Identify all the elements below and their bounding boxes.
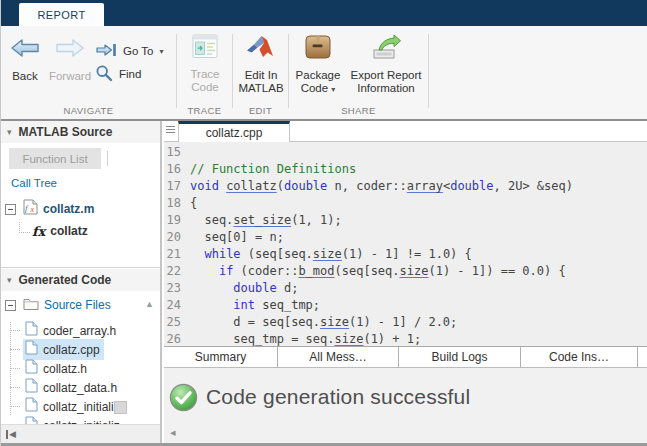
scroll-up-icon[interactable]: ▲ xyxy=(145,299,154,309)
tree-item-source-files[interactable]: Source Files xyxy=(5,295,111,315)
section-label-navigate: NAVIGATE xyxy=(1,105,176,116)
package-code-button[interactable]: Package Code ▾ xyxy=(291,34,345,96)
file-name: collatz_initializ xyxy=(43,400,120,414)
edit-in-matlab-button[interactable]: Edit In MATLAB xyxy=(235,34,287,95)
code-link-size[interactable]: size xyxy=(313,247,342,261)
line-number: 15 xyxy=(164,144,190,161)
main-panel: collatz.cpp 1516// Function Definitions1… xyxy=(164,121,647,446)
goto-label: Go To xyxy=(123,45,153,57)
code-text: seq_tmp = seq.size(1) + 1; xyxy=(190,331,421,346)
tree-item-collatz_initializ[interactable]: collatz_initializ xyxy=(1,416,160,424)
export-label-2: Information xyxy=(357,82,415,94)
find-button[interactable]: Find xyxy=(95,65,164,83)
tree-collapse-icon[interactable] xyxy=(5,300,16,311)
call-tree-button[interactable]: Call Tree xyxy=(11,177,57,189)
tree-connector xyxy=(10,330,20,331)
line-number: 21 xyxy=(164,246,190,263)
forward-label: Forward xyxy=(49,70,91,83)
line-number: 23 xyxy=(164,280,190,297)
code-text: while (seq[seq.size(1) - 1] != 1.0) { xyxy=(190,246,472,263)
toolbar-divider xyxy=(176,34,177,108)
forward-icon xyxy=(55,38,85,62)
search-icon xyxy=(95,64,113,84)
tree-item-collatz_data.h[interactable]: collatz_data.h xyxy=(1,378,160,397)
matlab-file-label: collatz.m xyxy=(43,202,94,216)
code-line-24: 24 int seq_tmp; xyxy=(164,297,647,314)
collapse-icon[interactable]: ▾ xyxy=(7,127,12,137)
status-message: Code generation successful xyxy=(206,385,470,409)
sidebar-divider xyxy=(1,267,161,268)
tab-build-logs[interactable]: Build Logs xyxy=(399,347,521,368)
code-text: // Function Definitions xyxy=(190,161,356,178)
function-icon: fx xyxy=(32,224,45,239)
code-editor[interactable]: 1516// Function Definitions17void collat… xyxy=(164,142,647,346)
export-report-button[interactable]: Export Report Information xyxy=(345,34,427,95)
code-line-17: 17void collatz(double n, coder::array<do… xyxy=(164,178,647,195)
tree-item-coder_array.h[interactable]: coder_array.h xyxy=(1,321,160,340)
file-name: collatz.h xyxy=(43,362,87,376)
function-list-button[interactable]: Function List xyxy=(9,148,101,169)
code-link-set_size[interactable]: set_size xyxy=(233,213,291,227)
file-icon xyxy=(25,378,38,397)
trace-label-1: Trace xyxy=(191,68,220,80)
tree-item-collatz.h[interactable]: collatz.h xyxy=(1,359,160,378)
tab-all-mess[interactable]: All Mess… xyxy=(278,347,399,368)
line-number: 22 xyxy=(164,263,190,280)
file-name: coder_array.h xyxy=(43,324,116,338)
tree-item-collatz-m[interactable]: f x collatz.m xyxy=(5,199,94,219)
code-link-size[interactable]: size xyxy=(400,264,429,278)
tree-collapse-icon[interactable] xyxy=(5,204,16,215)
code-link-size[interactable]: size xyxy=(320,315,349,329)
file-icon xyxy=(25,340,38,359)
scroll-home-icon[interactable]: ◀ xyxy=(6,430,16,439)
svg-text:x: x xyxy=(30,205,35,214)
tree-item-collatz-function[interactable]: fx collatz xyxy=(5,221,88,241)
folder-icon xyxy=(23,296,39,314)
package-label-2: Code xyxy=(301,82,329,94)
matlab-source-title: MATLAB Source xyxy=(19,125,113,139)
scroll-left-icon[interactable]: ◂ xyxy=(170,426,176,439)
status-panel: Code generation successful ◂ xyxy=(164,368,647,446)
matlab-file-icon: f x xyxy=(23,199,38,219)
tree-item-collatz.cpp[interactable]: collatz.cpp xyxy=(1,340,160,359)
tab-collatz-cpp[interactable]: collatz.cpp xyxy=(178,121,290,142)
sidebar: ▾ MATLAB Source Function List Call Tree … xyxy=(1,121,161,446)
line-number: 26 xyxy=(164,331,190,346)
tab-summary[interactable]: Summary xyxy=(164,347,278,368)
line-number: 18 xyxy=(164,195,190,212)
scrollbar-thumb[interactable] xyxy=(114,401,127,414)
back-button[interactable]: Back xyxy=(3,38,47,83)
toolbar-divider xyxy=(232,34,233,108)
code-link-array[interactable]: array xyxy=(407,179,443,193)
line-number: 17 xyxy=(164,178,190,195)
tree-item-collatz_initializ[interactable]: collatz_initializ xyxy=(1,397,160,416)
edit-label-2: MATLAB xyxy=(238,82,283,94)
package-box-icon xyxy=(304,34,332,64)
tab-code-ins[interactable]: Code Ins… xyxy=(521,347,638,368)
file-icon xyxy=(25,321,38,340)
collapse-icon[interactable]: ▾ xyxy=(7,275,12,285)
code-line-26: 26 seq_tmp = seq.size(1) + 1; xyxy=(164,331,647,346)
file-label-wrap: collatz_data.h xyxy=(23,377,121,398)
trace-code-icon xyxy=(192,34,218,63)
code-link-b_mod[interactable]: b_mod xyxy=(298,264,334,278)
report-window: REPORT Back Forward xyxy=(0,0,647,446)
view-switch-divider xyxy=(107,151,108,166)
goto-button[interactable]: Go To ▾ xyxy=(95,42,164,60)
code-link-size[interactable]: size xyxy=(335,332,364,346)
sidebar-hscrollbar[interactable]: ◀ xyxy=(1,424,160,444)
toolbar: Back Forward Go To ▾ xyxy=(1,26,647,119)
matlab-logo-icon xyxy=(246,34,276,64)
code-text: d = seq[seq.size(1) - 1] / 2.0; xyxy=(190,314,457,331)
tab-report[interactable]: REPORT xyxy=(19,3,104,26)
code-text: seq[0] = n; xyxy=(190,229,284,246)
success-check-icon xyxy=(169,383,198,416)
toolbar-divider xyxy=(428,34,429,108)
titlebar: REPORT xyxy=(1,0,647,26)
code-link-collatz[interactable]: collatz xyxy=(226,179,277,193)
file-icon xyxy=(25,416,38,424)
panel-handle-icon[interactable] xyxy=(166,126,175,133)
line-number: 16 xyxy=(164,161,190,178)
file-label-wrap: collatz.cpp xyxy=(23,339,104,360)
line-number: 24 xyxy=(164,297,190,314)
